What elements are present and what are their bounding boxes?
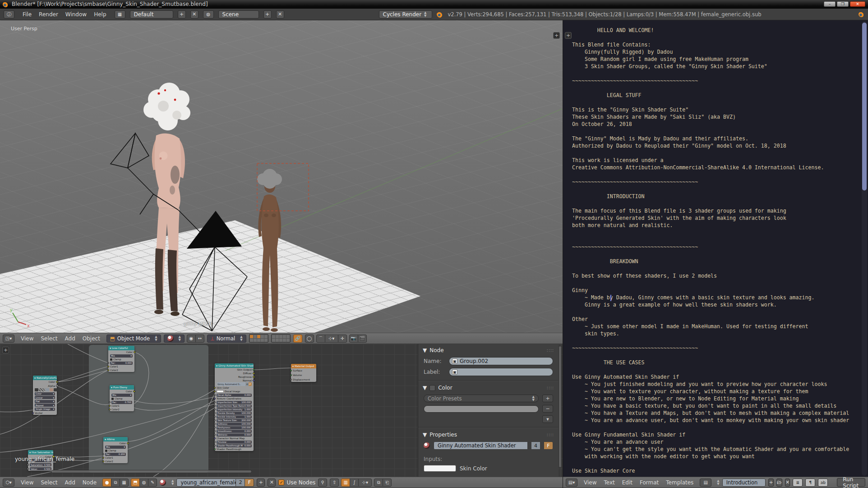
out-socket[interactable] xyxy=(253,372,255,375)
in-socket[interactable] xyxy=(214,441,216,443)
screen-layout-icon[interactable]: ▦ xyxy=(115,10,125,19)
mode-selector[interactable]: ⬒ Object Mode ▲▼ xyxy=(106,335,161,343)
remove-layout-button[interactable]: ✕ xyxy=(190,10,199,19)
line-numbers-toggle[interactable]: ≣ xyxy=(793,479,803,487)
node-ginny-automated-skin-shader[interactable]: ▼Ginny Automated Skin ShaderSkin OutputD… xyxy=(215,363,254,451)
material-name-field[interactable]: young_african_female xyxy=(176,479,236,487)
material-nodes-icon[interactable]: ● xyxy=(102,479,111,487)
node-title[interactable]: ▼Ginny Automated Skin Shader xyxy=(215,363,254,368)
text-editor-type-icon[interactable]: ▤▾ xyxy=(566,479,577,487)
out-socket[interactable] xyxy=(56,385,58,387)
in-socket[interactable] xyxy=(290,370,292,372)
viewport-properties-expand-button[interactable]: + xyxy=(553,32,560,39)
node-less-colorful[interactable]: ▼Less ColorfulColorMix▾ClampFac:0.000Col… xyxy=(108,346,134,372)
node-slider-imperfection-intensity[interactable]: Imperfection Intensity1.000 xyxy=(215,408,254,411)
paste-nodes-icon[interactable]: ⎗ xyxy=(383,479,392,487)
in-socket[interactable] xyxy=(214,387,216,389)
node-slider-fac-[interactable]: Fac:0.000 xyxy=(108,361,134,365)
node-editor-menu-node[interactable]: Node xyxy=(79,479,100,487)
node-slider-value-[interactable]: Value:0.500 xyxy=(28,467,53,471)
in-socket[interactable] xyxy=(214,448,216,451)
close-button[interactable]: ✕ xyxy=(850,1,865,7)
in-socket[interactable] xyxy=(107,369,110,372)
in-socket[interactable] xyxy=(214,401,216,404)
node-editor-menu-add[interactable]: Add xyxy=(61,479,79,487)
viewport-menu-select[interactable]: Select xyxy=(37,335,61,343)
in-socket[interactable] xyxy=(109,405,111,407)
linestyle-context-icon[interactable]: ✎ xyxy=(148,479,157,487)
node-slider-wetness-[interactable]: Wetness:0.000 xyxy=(215,433,254,437)
node-dd-mix[interactable]: Mix▾ xyxy=(103,445,128,449)
node-section-header[interactable]: ▼ Node :::: xyxy=(418,344,559,356)
node-chk-clamp[interactable]: Clamp xyxy=(103,449,128,452)
in-socket[interactable] xyxy=(27,468,29,470)
node-sel-ginny-automated-s-[interactable]: Ginny Automated S..4F xyxy=(215,382,254,386)
topbar-menu-help[interactable]: Help xyxy=(90,10,110,19)
snap-magnet-icon[interactable]: ⌒ xyxy=(316,335,325,343)
text-editor-content[interactable]: HELLO AND WELCOME! This Blend file Conta… xyxy=(572,27,856,474)
node-title[interactable]: ▼NaturallyColorful xyxy=(33,376,57,380)
curve-overlay-icon[interactable]: ∫ xyxy=(350,479,359,487)
viewport-menu-view[interactable]: View xyxy=(17,335,37,343)
node-chk-clamp[interactable]: Clamp xyxy=(108,358,134,361)
render-engine-selector[interactable]: Cycles Render ▲▼ xyxy=(379,10,432,19)
transform-orientation-selector[interactable]: ⟂ Normal ▲▼ xyxy=(207,335,246,343)
viewport-menu-add[interactable]: Add xyxy=(61,335,79,343)
material-users-count[interactable]: 2 xyxy=(236,479,245,487)
maximize-button[interactable]: ❐ xyxy=(837,1,849,7)
remove-scene-button[interactable]: ✕ xyxy=(276,10,284,19)
in-socket[interactable] xyxy=(290,374,292,376)
text-editor-menu-templates[interactable]: Templates xyxy=(662,479,697,487)
node-slider-preview-[interactable]: Preview:0.000 xyxy=(215,440,254,444)
node-dd-mix[interactable]: Mix▾ xyxy=(110,393,134,397)
backdrop-icon[interactable]: ▥ xyxy=(341,479,350,487)
info-editor-icon[interactable]: ⓘ xyxy=(4,10,14,19)
text-editor[interactable]: HELLO AND WELCOME! This Blend file Conta… xyxy=(563,20,868,488)
word-wrap-toggle[interactable]: ¶ xyxy=(805,479,815,487)
layers-widget-left[interactable] xyxy=(249,334,268,343)
node-panel-scrollbar[interactable] xyxy=(559,346,562,468)
node-albino[interactable]: ▼AlbinoColorMix▾ClampFac:0.200Color1Colo… xyxy=(103,437,128,463)
text-datablock-selector[interactable]: Introduction xyxy=(722,479,766,487)
out-socket[interactable] xyxy=(253,380,255,382)
in-socket[interactable] xyxy=(214,390,216,393)
node-title[interactable]: ▼Material Output xyxy=(291,364,316,368)
nodegroup-sphere-icon[interactable] xyxy=(424,442,430,449)
node-editor-menu-view[interactable]: View xyxy=(17,479,37,487)
node-dd-color[interactable]: Color▾ xyxy=(33,392,57,396)
node-dd-flat[interactable]: Flat▾ xyxy=(33,400,57,404)
out-socket[interactable] xyxy=(127,442,129,445)
in-socket[interactable] xyxy=(107,366,110,368)
node-slider-shader-passthrough-m[interactable]: Shader Passthrough M0.000 xyxy=(215,444,254,447)
node-editor-type-icon[interactable]: ⬡▾ xyxy=(3,479,14,487)
nodegroup-fake-user-button[interactable]: F xyxy=(544,442,553,450)
viewport-3d[interactable]: y x User Persp ginny MESH + xyxy=(0,20,563,333)
model-other[interactable] xyxy=(257,169,282,332)
in-socket[interactable] xyxy=(214,416,216,418)
remove-preset-button[interactable]: − xyxy=(542,405,553,413)
render-animation-icon[interactable]: 🎬 xyxy=(358,335,367,343)
in-socket[interactable] xyxy=(109,401,111,404)
node-title[interactable]: ▼Less Colorful xyxy=(108,346,134,350)
compositing-nodes-icon[interactable]: ⧉ xyxy=(111,479,120,487)
in-socket[interactable] xyxy=(102,460,105,463)
text-editor-menu-edit[interactable]: Edit xyxy=(619,479,636,487)
in-socket[interactable] xyxy=(214,437,216,440)
node-chk-clamp[interactable]: Clamp xyxy=(110,397,134,400)
topbar-menu-render[interactable]: Render xyxy=(35,10,62,19)
in-socket[interactable] xyxy=(102,457,105,459)
syntax-highlight-toggle[interactable]: ab xyxy=(818,479,828,487)
add-scene-button[interactable]: + xyxy=(263,10,272,19)
color-presets-dropdown[interactable]: Color Presets ▲▼ xyxy=(424,395,539,402)
node-editor-toolbar-expand-button[interactable]: + xyxy=(2,347,9,353)
in-socket[interactable] xyxy=(214,405,216,407)
add-preset-button[interactable]: + xyxy=(542,395,553,402)
node-title[interactable]: ▼Pure Ebony xyxy=(110,385,134,390)
run-script-button[interactable]: Run Script xyxy=(837,478,865,487)
texture-nodes-icon[interactable]: ▦ xyxy=(120,479,129,487)
pivot-point-icon[interactable]: ◉ xyxy=(187,335,196,343)
preset-menu-button[interactable]: ▾ xyxy=(542,415,553,423)
properties-section-header[interactable]: ▼ Properties :::: xyxy=(418,428,559,440)
node-dd-repeat[interactable]: Repeat▾ xyxy=(33,404,57,408)
node-pure-ebony[interactable]: ▼Pure EbonyColorMix▾ClampFac:0.700Color1… xyxy=(110,385,134,411)
